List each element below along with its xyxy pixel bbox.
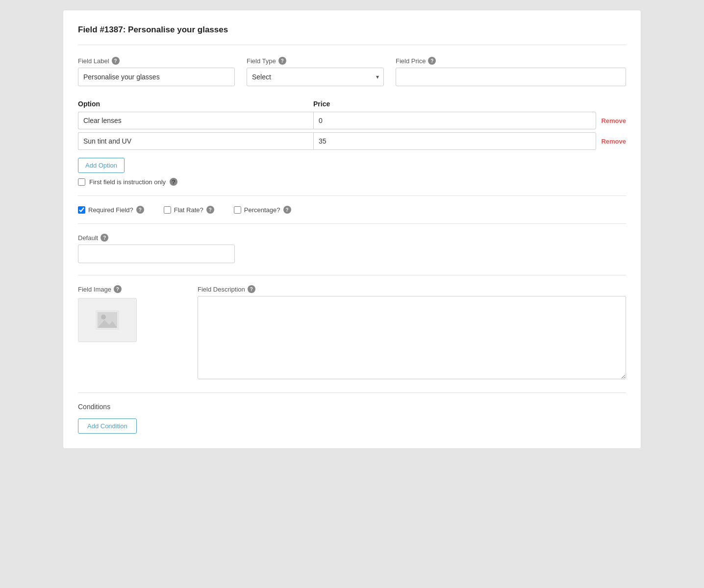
- checks-divider: [78, 196, 626, 196]
- required-label: Required Field?: [88, 206, 133, 214]
- field-price-group: Field Price ?: [396, 57, 626, 86]
- percentage-help-icon[interactable]: ?: [283, 206, 291, 214]
- option-col-header: Option: [78, 100, 313, 108]
- required-field-item: Required Field? ?: [78, 206, 144, 214]
- instruction-checkbox[interactable]: [78, 178, 85, 186]
- add-condition-button[interactable]: Add Condition: [78, 418, 137, 434]
- field-type-select[interactable]: Select Text Number Checkbox Radio: [247, 68, 384, 86]
- image-desc-row: Field Image ? Field Description ?: [78, 285, 626, 381]
- field-label-input[interactable]: [78, 68, 235, 86]
- instruction-row: First field is instruction only ?: [78, 178, 626, 186]
- conditions-title: Conditions: [78, 403, 626, 411]
- field-price-input[interactable]: [396, 68, 626, 86]
- image-icon: [96, 310, 119, 330]
- field-type-label: Field Type ?: [247, 57, 384, 65]
- field-description-col: Field Description ?: [198, 285, 626, 381]
- field-price-label: Field Price ?: [396, 57, 626, 65]
- field-label-group: Field Label ?: [78, 57, 235, 86]
- option-row-2: Remove: [78, 132, 626, 150]
- percentage-checkbox[interactable]: [234, 206, 241, 214]
- options-header: Option Price: [78, 100, 626, 108]
- instruction-help-icon[interactable]: ?: [170, 178, 177, 186]
- field-image-label: Field Image ?: [78, 285, 186, 293]
- image-divider: [78, 275, 626, 275]
- default-divider: [78, 223, 626, 224]
- flat-rate-checkbox[interactable]: [164, 206, 171, 214]
- top-row: Field Label ? Field Type ? Select Text N…: [78, 57, 626, 86]
- option-input-1[interactable]: [78, 112, 313, 129]
- field-price-help-icon[interactable]: ?: [428, 57, 436, 65]
- field-card: Field #1387: Personalise your glasses Fi…: [63, 10, 641, 449]
- field-label-label: Field Label ?: [78, 57, 235, 65]
- conditions-divider: [78, 392, 626, 393]
- card-title: Field #1387: Personalise your glasses: [78, 25, 626, 35]
- title-divider: [78, 45, 626, 45]
- flat-rate-label: Flat Rate?: [174, 206, 203, 214]
- default-section: Default ?: [78, 234, 626, 263]
- svg-point-2: [101, 315, 106, 319]
- required-checkbox[interactable]: [78, 206, 85, 214]
- default-input[interactable]: [78, 245, 235, 263]
- instruction-label: First field is instruction only: [89, 178, 166, 186]
- conditions-section: Conditions Add Condition: [78, 403, 626, 434]
- field-image-help-icon[interactable]: ?: [114, 285, 122, 293]
- flat-rate-item: Flat Rate? ?: [164, 206, 214, 214]
- field-label-help-icon[interactable]: ?: [112, 57, 120, 65]
- option-row-1: Remove: [78, 112, 626, 129]
- image-placeholder[interactable]: [78, 298, 137, 342]
- percentage-item: Percentage? ?: [234, 206, 291, 214]
- add-option-button[interactable]: Add Option: [78, 158, 125, 173]
- field-type-group: Field Type ? Select Text Number Checkbox…: [247, 57, 384, 86]
- field-description-textarea[interactable]: [198, 296, 626, 379]
- field-type-help-icon[interactable]: ?: [278, 57, 286, 65]
- price-input-1[interactable]: [313, 112, 596, 129]
- default-help-icon[interactable]: ?: [101, 234, 108, 242]
- field-description-label: Field Description ?: [198, 285, 626, 293]
- remove-button-2[interactable]: Remove: [601, 138, 626, 145]
- remove-button-1[interactable]: Remove: [601, 117, 626, 124]
- field-description-help-icon[interactable]: ?: [248, 285, 255, 293]
- required-help-icon[interactable]: ?: [136, 206, 144, 214]
- default-label: Default ?: [78, 234, 626, 242]
- price-col-header: Price: [313, 100, 626, 108]
- flat-rate-help-icon[interactable]: ?: [206, 206, 214, 214]
- field-type-select-wrapper: Select Text Number Checkbox Radio ▾: [247, 68, 384, 86]
- price-input-2[interactable]: [313, 132, 596, 150]
- option-input-2[interactable]: [78, 132, 313, 150]
- checks-row: Required Field? ? Flat Rate? ? Percentag…: [78, 206, 626, 214]
- field-image-col: Field Image ?: [78, 285, 186, 381]
- percentage-label: Percentage?: [244, 206, 280, 214]
